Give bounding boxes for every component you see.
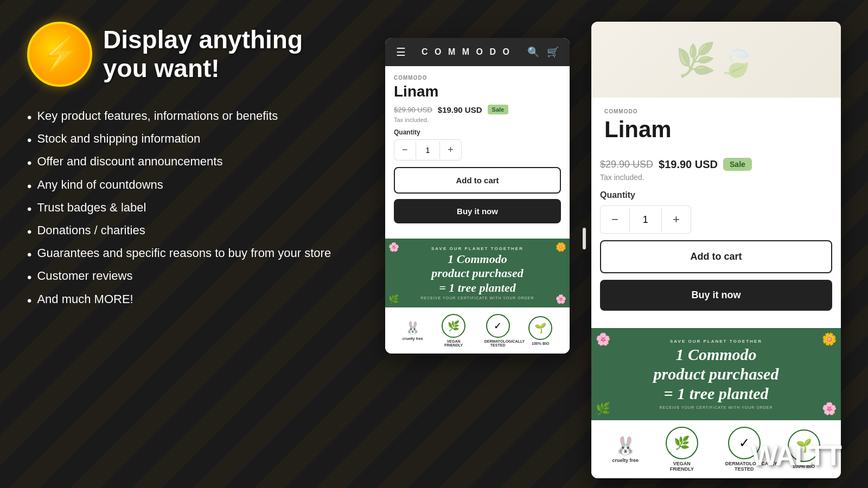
desktop-badge-vegan: 🌿 VEGAN FRIENDLY xyxy=(663,427,701,472)
list-item: Any kind of countdowns xyxy=(27,177,363,195)
search-icon[interactable]: 🔍 xyxy=(527,46,539,58)
desktop-vegan-label: VEGAN FRIENDLY xyxy=(663,461,701,472)
headline-line2: you want! xyxy=(103,54,220,82)
desktop-tax-label: Tax included. xyxy=(600,173,832,182)
desktop-qty-value: 1 xyxy=(629,208,662,232)
rabbit-icon: 🐰 xyxy=(405,321,420,335)
flower-icon: 🌸 xyxy=(596,332,610,346)
desktop-store-label: COMMODO xyxy=(604,108,828,114)
vegan-circle: 🌿 xyxy=(666,427,698,459)
list-item: Guarantees and specific reasons to buy f… xyxy=(27,246,363,263)
mobile-price-sale: $19.90 USD xyxy=(438,105,482,114)
headline: Display anything you want! xyxy=(103,25,303,83)
mobile-price-original: $29.90 USD xyxy=(394,106,432,114)
desktop-product-card: $29.90 USD $19.90 USD Sale Tax included.… xyxy=(591,149,841,328)
mobile-qty-label: Quantity xyxy=(394,129,561,136)
mobile-screenshot: ☰ C O M M O D O 🔍 🛒 COMMODO Linam $29.90… xyxy=(385,38,570,354)
content-wrapper: ⚡ Display anything you want! Key product… xyxy=(0,0,868,488)
flower-icon: 🌸 xyxy=(822,402,837,416)
waltt-logo: WALTT xyxy=(751,439,841,472)
mobile-tax-label: Tax included. xyxy=(394,117,561,123)
mobile-buy-now-button[interactable]: Buy it now xyxy=(394,199,561,223)
desktop-product-header: COMMODO Linam xyxy=(591,98,841,143)
desktop-qty-control: − 1 + xyxy=(600,206,691,234)
desktop-screenshot: 🌿🍃 COMMODO Linam $29.90 USD $19.90 USD S… xyxy=(591,22,841,478)
flower-icon: 🌼 xyxy=(556,242,566,252)
mobile-banner-main: 1 Commodoproduct purchased= 1 tree plant… xyxy=(393,252,562,295)
mobile-qty-control: − 1 + xyxy=(394,139,462,160)
desktop-qty-decrease[interactable]: − xyxy=(601,206,629,233)
app-logo: ⚡ xyxy=(27,22,92,87)
desktop-banner-receive: RECEIVE YOUR CERTIFICATE WITH YOUR ORDER xyxy=(602,406,830,409)
flower-icon: 🌿 xyxy=(596,402,610,416)
desktop-price-original: $29.90 USD xyxy=(600,159,653,170)
mobile-price-row: $29.90 USD $19.90 USD Sale xyxy=(394,105,561,114)
vegan-circle: 🌿 xyxy=(442,314,465,338)
mobile-qty-decrease[interactable]: − xyxy=(394,140,416,160)
desktop-badge-cruelty-free: 🐰 cruelty free xyxy=(612,435,639,463)
nav-brand: C O M M O D O xyxy=(422,47,512,57)
mobile-qty-increase[interactable]: + xyxy=(440,140,461,160)
desktop-image-area: 🌿🍃 xyxy=(591,22,841,98)
mobile-badge-row: 🐰 cruelty free 🌿 VEGAN FRIENDLY ✓ DERMAT… xyxy=(385,307,570,354)
nav-icons: 🔍 🛒 xyxy=(527,46,559,58)
desktop-banner-main: 1 Commodoproduct purchased= 1 tree plant… xyxy=(602,345,830,403)
hamburger-icon[interactable]: ☰ xyxy=(396,46,406,59)
mobile-derma-label: DERMATOLOGICALLY TESTED xyxy=(484,339,512,347)
list-item: And much MORE! xyxy=(27,292,363,309)
derma-circle: ✓ xyxy=(486,314,510,338)
list-item: Offer and discount announcements xyxy=(27,154,363,171)
rabbit-icon: 🐰 xyxy=(615,435,636,456)
mobile-bio-label: 100% BIO xyxy=(532,342,549,345)
desktop-add-to-cart-button[interactable]: Add to cart xyxy=(600,240,832,273)
cart-icon[interactable]: 🛒 xyxy=(547,46,559,58)
list-item: Donations / charities xyxy=(27,223,363,240)
mobile-vegan-label: VEGAN FRIENDLY xyxy=(440,339,467,347)
list-item: Customer reviews xyxy=(27,268,363,286)
mobile-cruelty-label: cruelty free xyxy=(403,337,423,341)
mobile-banner-receive: RECEIVE YOUR CERTIFICATE WITH YOUR ORDER xyxy=(393,296,562,300)
desktop-green-banner: 🌸 🌼 🌿 🌸 SAVE OUR PLANET TOGETHER 1 Commo… xyxy=(591,328,841,420)
header-row: ⚡ Display anything you want! xyxy=(27,22,363,87)
mobile-qty-value: 1 xyxy=(416,142,441,159)
headline-line1: Display anything xyxy=(103,25,303,54)
flower-icon: 🌸 xyxy=(388,242,399,252)
mobile-product-card: COMMODO Linam $29.90 USD $19.90 USD Sale… xyxy=(385,66,570,239)
mobile-sale-badge: Sale xyxy=(488,105,509,114)
list-item: Key product features, informations or be… xyxy=(27,108,363,126)
flower-icon: 🌿 xyxy=(388,294,399,304)
flower-icon: 🌼 xyxy=(822,332,837,346)
scroll-indicator xyxy=(583,228,586,249)
mobile-badge-bio: 🌱 100% BIO xyxy=(528,316,552,345)
mobile-nav: ☰ C O M M O D O 🔍 🛒 xyxy=(385,38,570,66)
bolt-icon: ⚡ xyxy=(40,38,80,70)
mobile-badge-cruelty-free: 🐰 cruelty free xyxy=(403,321,423,341)
mobile-banner-save: SAVE OUR PLANET TOGETHER xyxy=(393,246,562,251)
mobile-store-label: COMMODO xyxy=(394,75,561,81)
waltt-text: WALTT xyxy=(751,440,841,471)
bio-circle: 🌱 xyxy=(528,316,552,340)
desktop-price-row: $29.90 USD $19.90 USD Sale xyxy=(600,158,832,171)
feature-list: Key product features, informations or be… xyxy=(27,108,363,309)
desktop-buy-now-button[interactable]: Buy it now xyxy=(600,280,832,311)
mobile-green-banner: 🌸 🌼 🌿 🌸 SAVE OUR PLANET TOGETHER 1 Commo… xyxy=(385,239,570,307)
leaf-decoration: 🌿🍃 xyxy=(675,41,757,79)
mobile-badge-derma: ✓ DERMATOLOGICALLY TESTED xyxy=(484,314,512,347)
desktop-qty-label: Quantity xyxy=(600,190,832,200)
flower-icon: 🌸 xyxy=(556,294,566,304)
left-panel: ⚡ Display anything you want! Key product… xyxy=(27,22,363,466)
desktop-price-sale: $19.90 USD xyxy=(659,158,718,171)
list-item: Trust badges & label xyxy=(27,200,363,217)
desktop-sale-badge: Sale xyxy=(723,158,752,171)
desktop-banner-save: SAVE OUR PLANET TOGETHER xyxy=(602,339,830,344)
mobile-badge-vegan: 🌿 VEGAN FRIENDLY xyxy=(440,314,467,347)
desktop-qty-increase[interactable]: + xyxy=(662,206,691,233)
desktop-product-title: Linam xyxy=(604,117,828,143)
mobile-add-to-cart-button[interactable]: Add to cart xyxy=(394,167,561,194)
right-panel: ☰ C O M M O D O 🔍 🛒 COMMODO Linam $29.90… xyxy=(385,22,841,466)
mobile-product-title: Linam xyxy=(394,83,561,100)
desktop-cruelty-label: cruelty free xyxy=(612,458,639,463)
list-item: Stock and shipping information xyxy=(27,131,363,149)
